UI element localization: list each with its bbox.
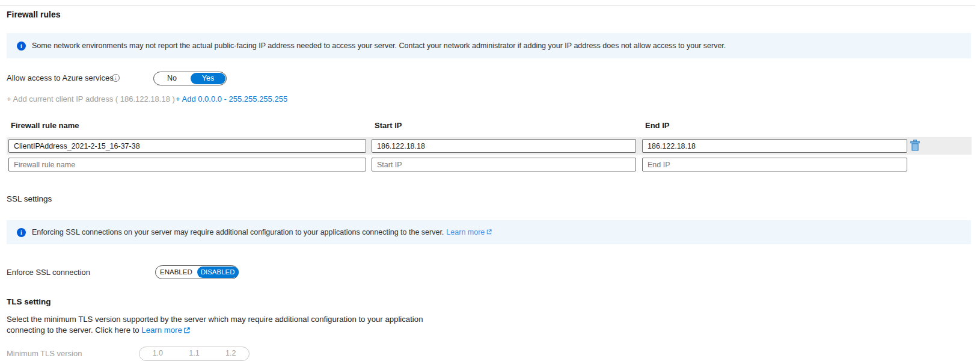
info-icon: i — [17, 228, 26, 237]
toggle-option-1-0: 1.0 — [140, 348, 176, 359]
tls-learn-more-link[interactable]: Learn more — [141, 325, 182, 335]
new-rule-name-input[interactable] — [8, 158, 366, 171]
allow-azure-services-label: Allow access to Azure services — [7, 73, 114, 82]
ssl-info-text: Enforcing SSL connections on your server… — [32, 228, 444, 236]
min-tls-version-toggle: 1.0 1.1 1.2 — [139, 347, 250, 361]
delete-rule-button[interactable] — [910, 140, 920, 151]
column-header-rule-name: Firewall rule name — [11, 121, 79, 130]
firewall-rules-heading: Firewall rules — [7, 10, 60, 19]
add-ip-range-link[interactable]: + Add 0.0.0.0 - 255.255.255.255 — [176, 94, 287, 103]
firewall-info-text: Some network environments may not report… — [32, 42, 726, 50]
external-link-icon — [184, 325, 190, 336]
external-link-icon — [486, 228, 492, 236]
enforce-ssl-label: Enforce SSL connection — [7, 268, 90, 277]
trash-icon — [910, 140, 920, 151]
ssl-learn-more-link[interactable]: Learn more — [446, 228, 485, 236]
toggle-option-1-1: 1.1 — [177, 348, 212, 359]
ssl-settings-heading: SSL settings — [7, 194, 52, 203]
ssl-info-banner: i Enforcing SSL connections on your serv… — [7, 220, 971, 244]
column-header-start-ip: Start IP — [375, 121, 402, 130]
tls-description-line1: Select the minimum TLS version supported… — [7, 315, 423, 324]
column-header-end-ip: End IP — [645, 121, 669, 130]
toggle-option-disabled[interactable]: DISABLED — [197, 267, 239, 278]
end-ip-input[interactable] — [642, 139, 907, 153]
azure-services-toggle: No Yes — [153, 72, 227, 85]
rule-name-input[interactable] — [8, 139, 366, 153]
new-start-ip-input[interactable] — [372, 158, 636, 171]
tls-setting-heading: TLS setting — [7, 297, 51, 306]
enforce-ssl-toggle: ENABLED DISABLED — [155, 265, 239, 279]
min-tls-version-label: Minimum TLS version — [7, 349, 82, 358]
toggle-option-1-2: 1.2 — [213, 348, 248, 359]
toggle-option-yes[interactable]: Yes — [191, 73, 225, 84]
info-tooltip-icon[interactable]: i — [112, 74, 120, 82]
tls-description: Select the minimum TLS version supported… — [7, 314, 439, 336]
tls-description-line2: connecting to the server. Click here to — [7, 325, 141, 335]
firewall-info-banner: i Some network environments may not repo… — [7, 33, 971, 58]
new-end-ip-input[interactable] — [642, 158, 907, 171]
start-ip-input[interactable] — [372, 139, 636, 153]
add-client-ip-link: + Add current client IP address ( 186.12… — [7, 94, 175, 103]
info-icon: i — [17, 42, 26, 51]
toggle-option-no[interactable]: No — [155, 73, 189, 84]
toggle-option-enabled[interactable]: ENABLED — [156, 267, 196, 278]
top-divider — [0, 5, 975, 5]
